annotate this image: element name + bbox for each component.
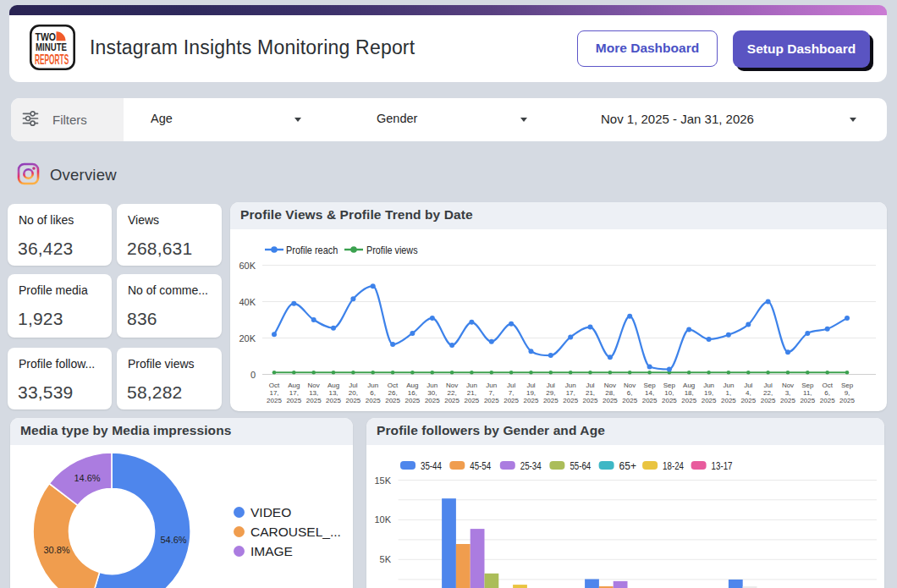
svg-text:25-34: 25-34 [520,459,542,471]
svg-text:55-64: 55-64 [570,459,591,471]
svg-text:Jun1,2025: Jun1,2025 [721,382,736,404]
svg-text:20K: 20K [239,333,256,343]
svg-text:Sep11,2025: Sep11,2025 [800,382,815,404]
svg-text:15K: 15K [374,475,391,486]
svg-text:Jun30,2025: Jun30,2025 [425,382,440,404]
svg-text:Jul22,2025: Jul22,2025 [761,382,776,404]
svg-text:54.6%: 54.6% [160,535,186,545]
svg-text:Jul20,2025: Jul20,2025 [346,382,361,404]
svg-text:45-54: 45-54 [470,459,491,471]
svg-text:Aug13,2025: Aug13,2025 [326,382,341,404]
svg-text:Aug17,2025: Aug17,2025 [286,382,301,404]
svg-text:Jul21,2025: Jul21,2025 [583,382,598,404]
svg-text:Profile reach: Profile reach [286,244,338,256]
svg-text:Jun21,2025: Jun21,2025 [465,382,480,404]
svg-text:Jun6,2025: Jun6,2025 [366,382,381,404]
svg-text:60K: 60K [239,261,256,271]
svg-text:Sep10,2025: Sep10,2025 [662,382,677,404]
svg-text:30.8%: 30.8% [43,545,69,555]
svg-text:40K: 40K [239,297,256,307]
svg-text:Nov6,2025: Nov6,2025 [622,382,637,404]
svg-text:REPORTS: REPORTS [35,52,69,68]
svg-text:Nov13,2025: Nov13,2025 [306,382,322,404]
svg-text:Aug18,2025: Aug18,2025 [681,382,696,404]
svg-text:Oct6,2025: Oct6,2025 [820,382,835,404]
svg-text:Profile views: Profile views [366,244,418,256]
svg-text:Jun17,2025: Jun17,2025 [563,382,578,404]
svg-text:65+: 65+ [619,459,636,471]
svg-text:Oct26,2025: Oct26,2025 [385,382,400,404]
svg-text:Nov22,2025: Nov22,2025 [444,382,460,404]
svg-text:Jul4,2025: Jul4,2025 [740,382,756,404]
svg-text:14.6%: 14.6% [74,473,100,483]
svg-text:Nov28,2025: Nov28,2025 [603,382,618,404]
svg-text:Jul7,2025: Jul7,2025 [504,382,519,404]
svg-text:Sep9,2025: Sep9,2025 [839,382,855,404]
svg-text:10K: 10K [374,514,391,525]
svg-text:Oct17,2025: Oct17,2025 [267,382,282,404]
svg-text:Aug16,2025: Aug16,2025 [405,382,421,404]
svg-text:18-24: 18-24 [663,459,684,471]
svg-text:5K: 5K [380,554,392,564]
svg-text:Jun7,2025: Jun7,2025 [484,382,499,404]
svg-text:13-17: 13-17 [712,459,733,471]
svg-text:Jun19,2025: Jun19,2025 [702,382,717,404]
svg-text:35-44: 35-44 [421,459,442,471]
svg-text:Nov3,2025: Nov3,2025 [780,382,795,404]
svg-text:Jul19,2025: Jul19,2025 [524,382,539,404]
svg-text:Sep14,2025: Sep14,2025 [642,382,658,404]
svg-text:0: 0 [250,370,256,380]
svg-text:Jul29,2025: Jul29,2025 [543,382,559,404]
